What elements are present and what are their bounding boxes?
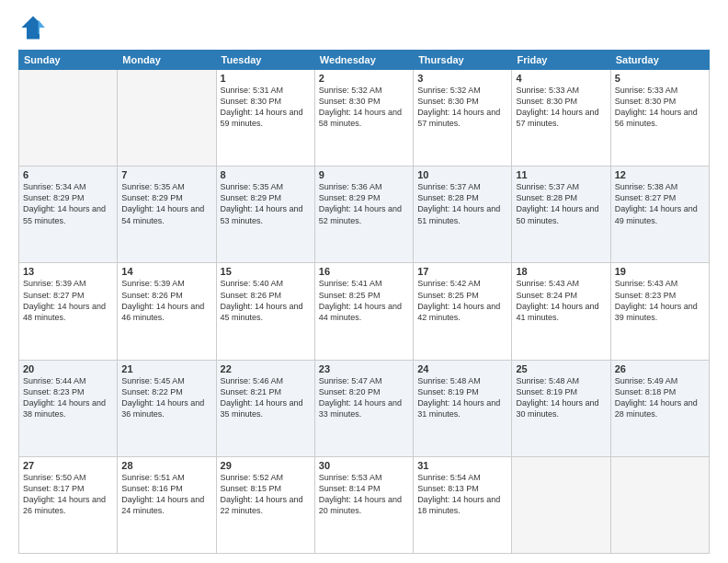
calendar-cell: 20Sunrise: 5:44 AMSunset: 8:23 PMDayligh… bbox=[19, 360, 118, 456]
day-number: 18 bbox=[516, 266, 606, 277]
day-number: 1 bbox=[221, 73, 311, 84]
calendar-cell: 17Sunrise: 5:42 AMSunset: 8:25 PMDayligh… bbox=[414, 263, 512, 360]
day-number: 5 bbox=[615, 73, 705, 84]
day-number: 27 bbox=[23, 460, 113, 471]
day-detail: Sunrise: 5:35 AMSunset: 8:29 PMDaylight:… bbox=[121, 181, 211, 226]
calendar-cell: 7Sunrise: 5:35 AMSunset: 8:29 PMDaylight… bbox=[118, 167, 216, 263]
day-number: 20 bbox=[23, 363, 113, 374]
svg-marker-1 bbox=[39, 20, 45, 34]
day-number: 26 bbox=[615, 363, 705, 374]
day-number: 13 bbox=[23, 266, 113, 277]
calendar-cell: 9Sunrise: 5:36 AMSunset: 8:29 PMDaylight… bbox=[314, 167, 413, 263]
day-detail: Sunrise: 5:45 AMSunset: 8:22 PMDaylight:… bbox=[121, 375, 211, 420]
calendar-table: SundayMondayTuesdayWednesdayThursdayFrid… bbox=[18, 50, 710, 554]
logo-icon bbox=[20, 15, 46, 40]
day-number: 23 bbox=[319, 363, 409, 374]
day-number: 8 bbox=[221, 169, 311, 180]
day-number: 28 bbox=[121, 460, 211, 471]
calendar-cell bbox=[610, 456, 709, 553]
calendar-cell: 4Sunrise: 5:33 AMSunset: 8:30 PMDaylight… bbox=[512, 70, 610, 167]
header bbox=[18, 15, 710, 40]
day-number: 30 bbox=[319, 460, 409, 471]
day-detail: Sunrise: 5:38 AMSunset: 8:27 PMDaylight:… bbox=[615, 181, 705, 226]
day-number: 9 bbox=[319, 169, 409, 180]
day-detail: Sunrise: 5:39 AMSunset: 8:26 PMDaylight:… bbox=[121, 278, 211, 323]
calendar-cell: 29Sunrise: 5:52 AMSunset: 8:15 PMDayligh… bbox=[216, 456, 314, 553]
calendar-cell: 8Sunrise: 5:35 AMSunset: 8:29 PMDaylight… bbox=[216, 167, 314, 263]
calendar-header-monday: Monday bbox=[118, 51, 216, 70]
calendar-header-friday: Friday bbox=[512, 51, 610, 70]
day-detail: Sunrise: 5:40 AMSunset: 8:26 PMDaylight:… bbox=[221, 278, 311, 323]
day-detail: Sunrise: 5:35 AMSunset: 8:29 PMDaylight:… bbox=[221, 181, 311, 226]
calendar-cell: 6Sunrise: 5:34 AMSunset: 8:29 PMDaylight… bbox=[19, 167, 118, 263]
calendar-cell: 24Sunrise: 5:48 AMSunset: 8:19 PMDayligh… bbox=[414, 360, 512, 456]
calendar-cell: 16Sunrise: 5:41 AMSunset: 8:25 PMDayligh… bbox=[314, 263, 413, 360]
day-detail: Sunrise: 5:33 AMSunset: 8:30 PMDaylight:… bbox=[615, 85, 705, 130]
calendar-cell: 5Sunrise: 5:33 AMSunset: 8:30 PMDaylight… bbox=[610, 70, 709, 167]
day-number: 15 bbox=[221, 266, 311, 277]
day-detail: Sunrise: 5:53 AMSunset: 8:14 PMDaylight:… bbox=[319, 472, 409, 517]
calendar-cell: 3Sunrise: 5:32 AMSunset: 8:30 PMDaylight… bbox=[414, 70, 512, 167]
calendar-cell: 27Sunrise: 5:50 AMSunset: 8:17 PMDayligh… bbox=[19, 456, 118, 553]
day-number: 29 bbox=[221, 460, 311, 471]
day-detail: Sunrise: 5:50 AMSunset: 8:17 PMDaylight:… bbox=[23, 472, 113, 517]
calendar-cell: 21Sunrise: 5:45 AMSunset: 8:22 PMDayligh… bbox=[118, 360, 216, 456]
calendar-header-sunday: Sunday bbox=[19, 51, 118, 70]
calendar-header-thursday: Thursday bbox=[414, 51, 512, 70]
calendar-cell: 14Sunrise: 5:39 AMSunset: 8:26 PMDayligh… bbox=[118, 263, 216, 360]
day-number: 11 bbox=[516, 169, 606, 180]
calendar-cell: 22Sunrise: 5:46 AMSunset: 8:21 PMDayligh… bbox=[216, 360, 314, 456]
day-detail: Sunrise: 5:51 AMSunset: 8:16 PMDaylight:… bbox=[121, 472, 211, 517]
calendar-cell: 31Sunrise: 5:54 AMSunset: 8:13 PMDayligh… bbox=[414, 456, 512, 553]
day-detail: Sunrise: 5:44 AMSunset: 8:23 PMDaylight:… bbox=[23, 375, 113, 420]
day-detail: Sunrise: 5:48 AMSunset: 8:19 PMDaylight:… bbox=[417, 375, 507, 420]
calendar-cell: 11Sunrise: 5:37 AMSunset: 8:28 PMDayligh… bbox=[512, 167, 610, 263]
calendar-cell: 30Sunrise: 5:53 AMSunset: 8:14 PMDayligh… bbox=[314, 456, 413, 553]
calendar-cell: 1Sunrise: 5:31 AMSunset: 8:30 PMDaylight… bbox=[216, 70, 314, 167]
day-number: 24 bbox=[417, 363, 507, 374]
day-number: 4 bbox=[516, 73, 606, 84]
calendar-cell: 28Sunrise: 5:51 AMSunset: 8:16 PMDayligh… bbox=[118, 456, 216, 553]
day-detail: Sunrise: 5:32 AMSunset: 8:30 PMDaylight:… bbox=[417, 85, 507, 130]
calendar-cell: 19Sunrise: 5:43 AMSunset: 8:23 PMDayligh… bbox=[610, 263, 709, 360]
day-number: 16 bbox=[319, 266, 409, 277]
day-number: 6 bbox=[23, 169, 113, 180]
day-detail: Sunrise: 5:43 AMSunset: 8:24 PMDaylight:… bbox=[516, 278, 606, 323]
day-detail: Sunrise: 5:33 AMSunset: 8:30 PMDaylight:… bbox=[516, 85, 606, 130]
day-number: 22 bbox=[221, 363, 311, 374]
day-number: 14 bbox=[121, 266, 211, 277]
calendar-week-row-3: 13Sunrise: 5:39 AMSunset: 8:27 PMDayligh… bbox=[19, 263, 710, 360]
calendar-cell: 2Sunrise: 5:32 AMSunset: 8:30 PMDaylight… bbox=[314, 70, 413, 167]
page: SundayMondayTuesdayWednesdayThursdayFrid… bbox=[0, 0, 728, 563]
calendar-week-row-4: 20Sunrise: 5:44 AMSunset: 8:23 PMDayligh… bbox=[19, 360, 710, 456]
calendar-cell: 25Sunrise: 5:48 AMSunset: 8:19 PMDayligh… bbox=[512, 360, 610, 456]
day-number: 7 bbox=[121, 169, 211, 180]
day-detail: Sunrise: 5:49 AMSunset: 8:18 PMDaylight:… bbox=[615, 375, 705, 420]
day-number: 12 bbox=[615, 169, 705, 180]
calendar-cell: 23Sunrise: 5:47 AMSunset: 8:20 PMDayligh… bbox=[314, 360, 413, 456]
calendar-header-wednesday: Wednesday bbox=[314, 51, 413, 70]
day-number: 21 bbox=[121, 363, 211, 374]
logo bbox=[18, 15, 48, 40]
calendar-cell: 26Sunrise: 5:49 AMSunset: 8:18 PMDayligh… bbox=[610, 360, 709, 456]
day-detail: Sunrise: 5:31 AMSunset: 8:30 PMDaylight:… bbox=[221, 85, 311, 130]
calendar-week-row-2: 6Sunrise: 5:34 AMSunset: 8:29 PMDaylight… bbox=[19, 167, 710, 263]
day-detail: Sunrise: 5:42 AMSunset: 8:25 PMDaylight:… bbox=[417, 278, 507, 323]
calendar-cell: 12Sunrise: 5:38 AMSunset: 8:27 PMDayligh… bbox=[610, 167, 709, 263]
day-detail: Sunrise: 5:36 AMSunset: 8:29 PMDaylight:… bbox=[319, 181, 409, 226]
day-detail: Sunrise: 5:32 AMSunset: 8:30 PMDaylight:… bbox=[319, 85, 409, 130]
day-number: 31 bbox=[417, 460, 507, 471]
day-number: 2 bbox=[319, 73, 409, 84]
day-detail: Sunrise: 5:52 AMSunset: 8:15 PMDaylight:… bbox=[221, 472, 311, 517]
calendar-header-row: SundayMondayTuesdayWednesdayThursdayFrid… bbox=[19, 51, 710, 70]
calendar-cell: 13Sunrise: 5:39 AMSunset: 8:27 PMDayligh… bbox=[19, 263, 118, 360]
day-detail: Sunrise: 5:48 AMSunset: 8:19 PMDaylight:… bbox=[516, 375, 606, 420]
calendar-cell: 10Sunrise: 5:37 AMSunset: 8:28 PMDayligh… bbox=[414, 167, 512, 263]
day-detail: Sunrise: 5:34 AMSunset: 8:29 PMDaylight:… bbox=[23, 181, 113, 226]
day-detail: Sunrise: 5:37 AMSunset: 8:28 PMDaylight:… bbox=[417, 181, 507, 226]
day-number: 17 bbox=[417, 266, 507, 277]
day-detail: Sunrise: 5:41 AMSunset: 8:25 PMDaylight:… bbox=[319, 278, 409, 323]
day-number: 10 bbox=[417, 169, 507, 180]
day-detail: Sunrise: 5:37 AMSunset: 8:28 PMDaylight:… bbox=[516, 181, 606, 226]
calendar-cell bbox=[512, 456, 610, 553]
